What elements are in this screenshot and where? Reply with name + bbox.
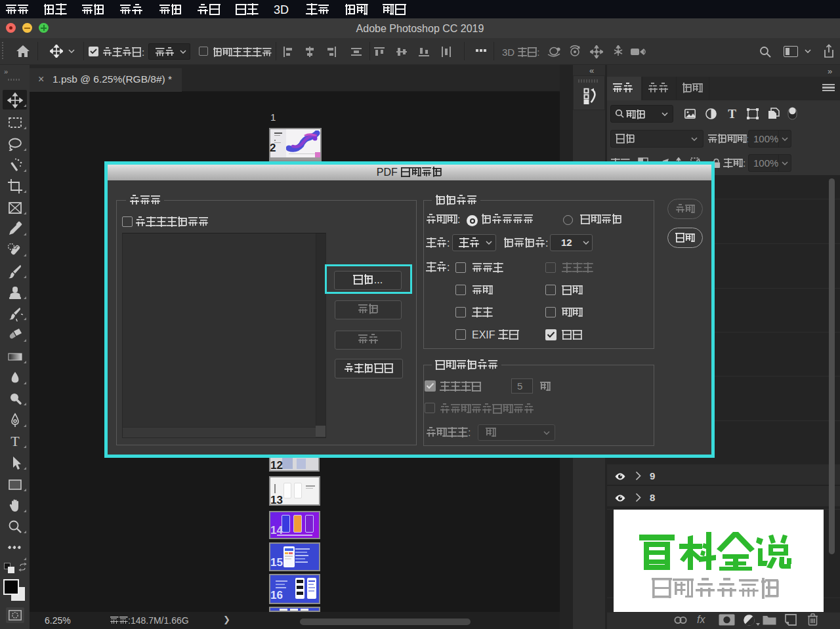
svg-text:T: T: [728, 108, 736, 119]
svg-text:T: T: [10, 434, 20, 449]
